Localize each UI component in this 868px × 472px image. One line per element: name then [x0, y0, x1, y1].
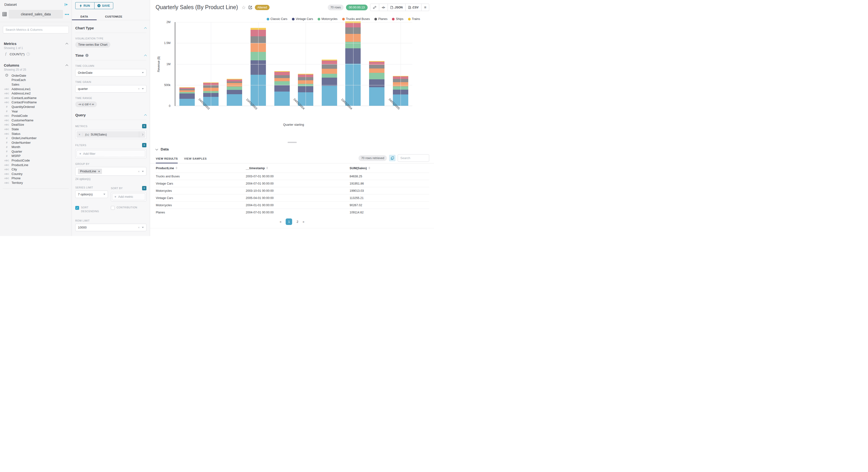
- remove-metric-icon[interactable]: ×: [76, 133, 83, 136]
- bar-segment[interactable]: [322, 61, 337, 64]
- legend-item[interactable]: Vintage Cars: [292, 17, 313, 21]
- add-sort-metric-button[interactable]: +: [142, 186, 147, 190]
- altered-badge[interactable]: Altered: [255, 5, 270, 10]
- pagination-next[interactable]: »: [303, 220, 304, 223]
- column-item[interactable]: ABCStatus: [0, 131, 72, 136]
- dataset-options-icon[interactable]: •••: [65, 12, 69, 17]
- legend-item[interactable]: Trains: [408, 17, 420, 21]
- pagination-page[interactable]: 1: [286, 218, 292, 225]
- metric-pill[interactable]: × f(x) SUM(Sales): [76, 131, 145, 138]
- results-search-input[interactable]: [398, 154, 429, 162]
- column-item[interactable]: PriceEach: [0, 78, 72, 83]
- export-json-button[interactable]: .JSON: [388, 4, 405, 11]
- bar-segment[interactable]: [179, 90, 195, 92]
- time-grain-select[interactable]: quarter ×: [75, 85, 147, 93]
- metric-item[interactable]: f COUNT(*) ?: [0, 52, 72, 56]
- bar-segment[interactable]: [369, 62, 384, 65]
- column-item[interactable]: ABCTerritory: [0, 181, 72, 185]
- save-button[interactable]: + SAVE: [94, 2, 114, 9]
- column-item[interactable]: #Quarter: [0, 149, 72, 154]
- add-filter-dropzone[interactable]: +Add filter: [76, 150, 145, 157]
- legend-item[interactable]: Motorcycles: [318, 17, 338, 21]
- bar-segment[interactable]: [227, 94, 242, 106]
- favorite-star-icon[interactable]: ☆: [242, 5, 246, 10]
- bar-segment[interactable]: [322, 74, 337, 77]
- stacked-bar[interactable]: [369, 61, 384, 106]
- edit-title-icon[interactable]: [248, 5, 252, 9]
- collapse-metrics-icon[interactable]: [65, 43, 68, 45]
- collapse-section-icon[interactable]: [144, 27, 147, 30]
- column-item[interactable]: #OrderLineNumber: [0, 136, 72, 140]
- bar-segment[interactable]: [274, 85, 290, 92]
- column-item[interactable]: ABCCustomerName: [0, 118, 72, 123]
- column-item[interactable]: ABCPostalCode: [0, 114, 72, 118]
- bar-segment[interactable]: [369, 79, 384, 87]
- column-item[interactable]: #QuantityOrdered: [0, 104, 72, 109]
- collapse-panel-icon[interactable]: [64, 3, 68, 6]
- bar-segment[interactable]: [274, 78, 290, 81]
- add-metric-button[interactable]: +: [142, 124, 147, 128]
- legend-item[interactable]: Planes: [374, 17, 388, 21]
- export-csv-button[interactable]: .CSV: [405, 4, 421, 11]
- clear-icon[interactable]: ×: [138, 87, 140, 91]
- group-by-select[interactable]: ProductLine× ×: [75, 167, 147, 176]
- column-item[interactable]: ABCAddressLine1: [0, 87, 72, 91]
- column-header[interactable]: __timestamp: [246, 166, 350, 170]
- collapse-data-icon[interactable]: [155, 148, 158, 150]
- viz-type-pill[interactable]: Time-series Bar Chart: [75, 42, 111, 48]
- bar-segment[interactable]: [179, 93, 195, 99]
- column-item[interactable]: #Month: [0, 145, 72, 150]
- bar-segment[interactable]: [274, 92, 290, 106]
- group-by-chip[interactable]: ProductLine×: [78, 169, 102, 174]
- column-item[interactable]: Sales: [0, 82, 72, 87]
- bar-segment[interactable]: [179, 99, 195, 106]
- run-button[interactable]: RUN: [75, 2, 94, 9]
- column-item[interactable]: ABCPhone: [0, 176, 72, 181]
- bar-segment[interactable]: [322, 69, 337, 74]
- bar-segment[interactable]: [322, 64, 337, 69]
- legend-item[interactable]: Trucks and Buses: [342, 17, 370, 21]
- column-item[interactable]: ABCAddressLine2: [0, 91, 72, 96]
- bar-segment[interactable]: [227, 87, 242, 90]
- chevron-right-icon[interactable]: [139, 131, 145, 138]
- add-filter-button[interactable]: +: [142, 143, 147, 147]
- column-item[interactable]: #OrderNumber: [0, 140, 72, 145]
- dataset-name[interactable]: cleaned_sales_data: [9, 10, 63, 19]
- stacked-bar[interactable]: [274, 71, 290, 106]
- column-item[interactable]: ABCCountry: [0, 171, 72, 176]
- add-sort-metric-dropzone[interactable]: +Add metric: [112, 193, 145, 200]
- stacked-bar[interactable]: [322, 60, 337, 106]
- metrics-columns-search-input[interactable]: [3, 26, 69, 33]
- bar-segment[interactable]: [227, 90, 242, 94]
- collapse-section-icon[interactable]: [144, 114, 147, 117]
- bar-segment[interactable]: [369, 87, 384, 106]
- remove-chip-icon[interactable]: ×: [98, 170, 100, 173]
- sort-descending-checkbox[interactable]: ✓: [75, 206, 79, 210]
- bar-segment[interactable]: [322, 77, 337, 86]
- column-item[interactable]: ABCState: [0, 127, 72, 131]
- column-item[interactable]: #Year: [0, 109, 72, 114]
- pagination-prev[interactable]: «: [280, 220, 281, 223]
- bar-segment[interactable]: [369, 68, 384, 72]
- column-item[interactable]: ABCProductCode: [0, 158, 72, 163]
- legend-item[interactable]: Ships: [392, 17, 403, 21]
- pagination-page[interactable]: 2: [297, 220, 298, 223]
- bar-segment[interactable]: [322, 86, 337, 106]
- copy-data-button[interactable]: [389, 155, 396, 161]
- bar-segment[interactable]: [274, 72, 290, 75]
- collapse-section-icon[interactable]: [144, 55, 147, 57]
- stacked-bar[interactable]: [227, 79, 242, 106]
- contribution-checkbox[interactable]: [111, 206, 115, 210]
- bar-segment[interactable]: [227, 80, 242, 82]
- column-item[interactable]: ABCContactLastName: [0, 96, 72, 100]
- clear-icon[interactable]: ×: [138, 226, 140, 229]
- collapse-columns-icon[interactable]: [65, 64, 68, 67]
- column-header[interactable]: ProductLine: [156, 166, 246, 170]
- bar-segment[interactable]: [274, 75, 290, 78]
- time-range-pill[interactable]: -∞ ≤ col < ∞: [75, 101, 97, 107]
- series-limit-select[interactable]: 7 option(s): [75, 191, 108, 198]
- tab-view-samples[interactable]: VIEW SAMPLES: [184, 157, 207, 163]
- embed-code-button[interactable]: </>: [379, 4, 388, 11]
- tab-data[interactable]: DATA: [72, 13, 97, 20]
- column-item[interactable]: OrderDate: [0, 73, 72, 78]
